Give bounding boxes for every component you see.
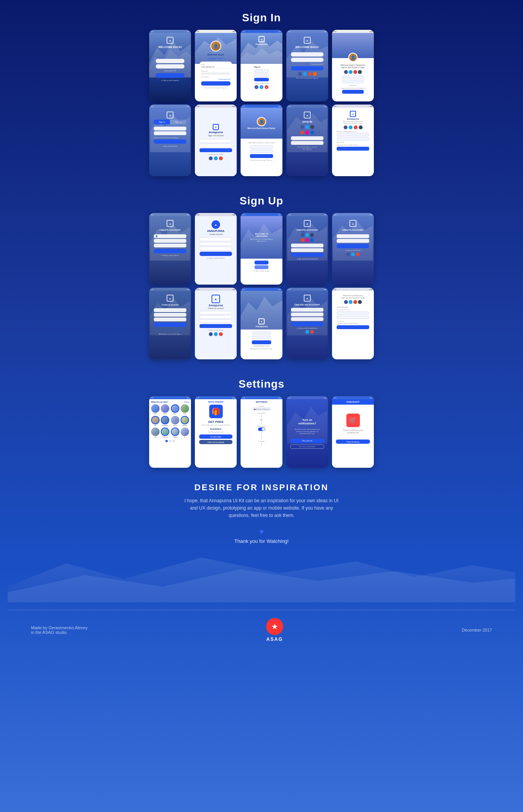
- set-phone-content-2: INVITE FRIENDS 🎁 GET FREE Send invite co…: [195, 399, 237, 468]
- su-logo-4: [304, 220, 311, 227]
- invite-title: INVITE FRIENDS: [208, 401, 223, 403]
- keep-browsing-btn[interactable]: Keep browsing: [346, 441, 359, 443]
- footer-date: December 2017: [462, 628, 492, 632]
- footer-credit: Made by Gerasimenko Alexey in the ASAG s…: [31, 625, 88, 635]
- app-logo-4: [304, 37, 311, 44]
- app-name-7: Annapurna: [208, 131, 224, 134]
- su-status-bar-6: 9:41●●●: [149, 288, 191, 291]
- phone-content-8: 👤 Welcome Back Eleanor Bailey! Hello! Si…: [241, 108, 282, 176]
- signup-row-2: 9:41●●● Create an account Already have a…: [0, 288, 523, 362]
- interests-title: What do you love?: [151, 401, 168, 403]
- phone-content-4: WELCOME BACK! Forgot password? Don't hav…: [286, 33, 328, 101]
- su-phone-content-4: CREATE ACCOUNT or Sign up: [286, 216, 328, 285]
- settings-phone-1: 9:41●●● What do you love? Done Beach Nat…: [149, 396, 191, 468]
- footer-title: DESIRE FOR INSPIRATION: [8, 482, 515, 493]
- su-phone-content-1: CREATE ACCOUNT 👤 or Sign-up with Faceboo…: [149, 216, 191, 285]
- su-status-bar-10: 9:41●●●: [332, 288, 374, 291]
- bottom-mountains: [8, 556, 515, 602]
- signup-phone-1: 9:41●●● CREATE ACCOUNT 👤 or Sign-up with…: [149, 213, 191, 285]
- status-bar-8: 9:41●●●: [241, 105, 282, 108]
- welcome-text-2: Welcome back!: [207, 53, 224, 56]
- su-phone-content-8: ▲ Annapurna CREATE AN ACCOUNT Already ha…: [241, 291, 282, 359]
- signin-row-2: 9:41●●● Sign In Sign up I agree to the T…: [0, 105, 523, 179]
- signup-row-1: 9:41●●● CREATE ACCOUNT 👤 or Sign-up with…: [0, 213, 523, 288]
- set-phone-content-5: CHECKOUT 🛒 There is nothing in yourshopp…: [332, 399, 374, 468]
- footer-heart: ♥: [8, 527, 515, 536]
- signup-phone-7: 9:41●●● ▲ Annapurna Create an account or…: [195, 288, 237, 359]
- notifications-label: Notifications: [257, 425, 266, 427]
- welcome-text-4: WELCOME BACK!: [295, 46, 319, 48]
- signin-row-1: 9:41●●● WELCOME BACK! Forgot password? o…: [0, 30, 523, 105]
- app-logo-9: [304, 112, 311, 118]
- done-btn[interactable]: Done: [184, 401, 189, 403]
- su-logo-1: [167, 220, 174, 227]
- su-phone-content-5: CREATE ACCOUNT or Sign-up with Social: [332, 216, 374, 285]
- signup-link-1[interactable]: or Sign up with Facebook: [154, 79, 186, 81]
- signin-tab[interactable]: Sign In: [154, 120, 170, 124]
- su-title-3: WELCOME TOANNAPURNA: [250, 233, 273, 237]
- status-bar-1: 9:41●●●: [149, 30, 191, 33]
- phone-content-6: Sign In Sign up I agree to the Terms and…: [149, 108, 191, 176]
- forgot-link-1[interactable]: Forgot password?: [154, 70, 186, 72]
- set-status-bar-3: 9:41●●●: [241, 396, 282, 399]
- settings-phone-5: 9:41●●● CHECKOUT 🛒 There is nothing in y…: [332, 396, 374, 468]
- settings-form-title: SETTINGS: [256, 401, 267, 403]
- set-status-bar-4: 9:41●●●: [286, 396, 328, 399]
- gender-label: Your gender: [257, 412, 266, 414]
- welcome-name-8: Welcome Back Eleanor Bailey!: [248, 127, 276, 129]
- get-free-title: GET FREE: [208, 420, 224, 424]
- su-logo-9: [304, 295, 311, 302]
- app-logo-6: [167, 112, 174, 118]
- set-status-bar-2: 9:41●●●: [195, 396, 237, 399]
- signup-tab[interactable]: Sign up: [170, 120, 186, 124]
- su-phone-content-7: ▲ Annapurna Create an account or Sign-up…: [195, 291, 237, 359]
- app-logo-1: [167, 37, 174, 44]
- set-status-bar-1: 9:41●●●: [149, 396, 191, 399]
- no-btn[interactable]: No, I am not interested: [299, 446, 315, 448]
- set-phone-content-1: What do you love? Done Beach Nature Wint…: [149, 399, 191, 468]
- signup-phone-4: 9:41●●● CREATE ACCOUNT: [286, 213, 328, 285]
- su-status-bar-5: 9:41●●●: [332, 213, 374, 216]
- email-input-1[interactable]: [156, 59, 184, 63]
- footer-logo-text: ASAG: [267, 637, 283, 642]
- su-phone-content-2: ▲ ANNAPURNA Create Account or Sign-up wi…: [195, 216, 237, 285]
- footer-section: DESIRE FOR INSPIRATION I hope, that Anna…: [0, 471, 523, 657]
- status-bar-2: 9:41●●●: [195, 30, 237, 33]
- signin-phone-3: 9:41●●● ▲ Annapurna Sign In: [241, 30, 282, 101]
- phone-content-1: WELCOME BACK! Forgot password? or Sign u…: [149, 33, 191, 101]
- su-status-bar-8: 9:41●●●: [241, 288, 282, 291]
- currency-label: Currency: [258, 440, 265, 442]
- su-title-6: Create an account: [162, 304, 178, 306]
- su-logo-6: [167, 295, 174, 302]
- su-status-bar-2: 9:41●●●: [195, 213, 237, 216]
- signin-section: Sign In 9:41●●● WELCOME BACK! Forgot pas…: [0, 0, 523, 179]
- signin-phone-9: 9:41●●● SIGN IN: [286, 105, 328, 176]
- yes-btn[interactable]: Yes, turn on: [302, 439, 313, 442]
- status-bar-10: 9:41●●●: [332, 105, 374, 108]
- signin-phone-1: 9:41●●● WELCOME BACK! Forgot password? o…: [149, 30, 191, 101]
- settings-row: 9:41●●● What do you love? Done Beach Nat…: [0, 396, 523, 471]
- location-label: Location: [258, 405, 264, 407]
- su-status-bar-9: 9:41●●●: [286, 288, 328, 291]
- footer-star-icon: ★: [271, 622, 278, 631]
- su-title-4: CREATE ACCOUNT: [296, 229, 318, 231]
- su-title-9: CREATE AN ACCOUNT: [294, 304, 320, 306]
- set-status-bar-5: 9:41●●●: [332, 396, 374, 399]
- footer-bottom-bar: Made by Gerasimenko Alexey in the ASAG s…: [8, 610, 515, 650]
- password-input-1[interactable]: [156, 64, 184, 69]
- status-bar-5: 9:41●●●: [332, 30, 374, 33]
- su-status-bar-1: 9:41●●●: [149, 213, 191, 216]
- su-phone-content-3: WELCOME TOANNAPURNA Maecenas The Climbin…: [241, 216, 282, 285]
- age-label: Age: [260, 419, 263, 421]
- notif-title: Turn onnotifications?: [290, 418, 324, 425]
- footer-logo-circle: ★: [266, 618, 283, 635]
- su-phone-content-10: Welcome to AnnapurnaSign-up with Social …: [332, 291, 374, 359]
- su-createlink-8[interactable]: CREATE AN ACCOUNT: [253, 345, 270, 347]
- phone-content-10: ▲ Annapurna Welcome back to AnnapurnaSig…: [332, 108, 374, 176]
- signup-phone-10: 9:41●●● Welcome to AnnapurnaSign-up with…: [332, 288, 374, 359]
- login-btn-1[interactable]: [156, 73, 184, 78]
- empty-cart-text: There is nothing in yourshopping cart: [343, 429, 363, 434]
- su-status-bar-7: 9:41●●●: [195, 288, 237, 291]
- settings-phone-4: 9:41●●● Turn onnotifications? We will se…: [286, 396, 328, 468]
- footer-description: I hope, that Annapurna UI Kit can be an …: [180, 497, 343, 520]
